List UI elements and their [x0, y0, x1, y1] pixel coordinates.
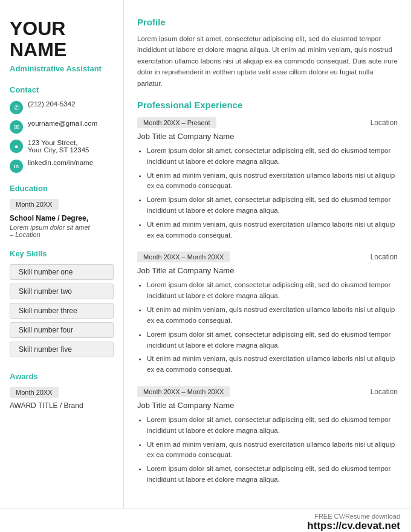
job-location-2: Location [371, 253, 398, 261]
address-text: 123 Your Street, Your City, ST 12345 [28, 139, 89, 154]
name-block: YOUR NAME [10, 18, 114, 60]
contact-phone: ✆ (212) 204-5342 [10, 100, 114, 114]
bullet-3-2: Ut enim ad minim veniam, quis nostrud ex… [147, 440, 398, 461]
bullet-3-1: Lorem ipsum dolor sit amet, consectetur … [147, 415, 398, 436]
profile-text: Lorem ipsum dolor sit amet, consectetur … [137, 33, 398, 89]
footer-banner: FREE CV/Resume download https://cv.devat… [0, 508, 411, 532]
email-icon: ✉ [10, 120, 23, 134]
bullet-2-4: Ut enim ad minim veniam, quis nostrud ex… [147, 354, 398, 375]
skill-5: Skill number five [10, 342, 114, 357]
job-location-1: Location [371, 118, 398, 127]
bullet-1-2: Ut enim ad minim veniam, quis nostrud ex… [147, 170, 398, 192]
job-bullets-1: Lorem ipsum dolor sit amet, consectetur … [137, 146, 398, 241]
footer-small-text: FREE CV/Resume download [0, 513, 400, 520]
awards-section-label: Awards [10, 372, 114, 381]
job-header-3: Month 20XX – Month 20XX Location [137, 386, 398, 397]
skill-1: Skill number one [10, 264, 114, 280]
linkedin-text: linkedin.com/in/name [28, 159, 93, 166]
skill-2: Skill number two [10, 284, 114, 299]
contact-linkedin: in linkedin.com/in/name [10, 159, 114, 173]
award-date: Month 20XX [10, 387, 59, 398]
job-header-2: Month 20XX – Month 20XX Location [137, 251, 398, 262]
bullet-1-3: Lorem ipsum dolor sit amet, consectetur … [147, 195, 398, 216]
email-text: yourname@gmail.com [28, 120, 97, 127]
sidebar: YOUR NAME Administrative Assistant Conta… [0, 0, 124, 508]
job-title: Administrative Assistant [10, 64, 114, 73]
education-section-label: Education [10, 184, 114, 193]
footer-url: https://cv.devat.net [0, 520, 400, 532]
job-title-2: Job Title at Company Name [137, 266, 398, 275]
award-title: AWARD TITLE / Brand [10, 401, 114, 410]
bullet-2-3: Lorem ipsum dolor sit amet, consectetur … [147, 329, 398, 351]
job-title-1: Job Title at Company Name [137, 132, 398, 141]
contact-section-label: Contact [10, 85, 114, 94]
contact-email: ✉ yourname@gmail.com [10, 120, 114, 134]
job-date-3: Month 20XX – Month 20XX [137, 386, 230, 397]
phone-text: (212) 204-5342 [28, 100, 76, 108]
job-title-3: Job Title at Company Name [137, 401, 398, 410]
job-header-1: Month 20XX – Present Location [137, 117, 398, 128]
last-name: NAME [10, 39, 114, 60]
bullet-2-1: Lorem ipsum dolor sit amet, consectetur … [147, 280, 398, 302]
location-icon: ● [10, 140, 23, 153]
edu-date: Month 20XX [10, 199, 59, 210]
experience-heading: Professional Experience [137, 100, 398, 110]
first-name: YOUR [10, 18, 114, 39]
skills-section-label: Key Skills [10, 249, 114, 258]
profile-heading: Profile [137, 17, 398, 27]
job-location-3: Location [371, 388, 398, 396]
job-bullets-3: Lorem ipsum dolor sit amet, consectetur … [137, 415, 398, 485]
skill-4: Skill number four [10, 322, 114, 338]
bullet-1-4: Ut enim ad minim veniam, quis nostrud ex… [147, 219, 398, 241]
main-content: YOUR NAME Administrative Assistant Conta… [0, 0, 411, 508]
job-block-3: Month 20XX – Month 20XX Location Job Tit… [137, 386, 398, 485]
bullet-2-2: Ut enim ad minim veniam, quis nostrud ex… [147, 305, 398, 326]
job-date-2: Month 20XX – Month 20XX [137, 251, 230, 262]
skills-list: Skill number one Skill number two Skill … [10, 264, 114, 361]
job-block-2: Month 20XX – Month 20XX Location Job Tit… [137, 251, 398, 375]
job-bullets-2: Lorem ipsum dolor sit amet, consectetur … [137, 280, 398, 375]
bullet-3-3: Lorem ipsum dolor sit amet, consectetur … [147, 464, 398, 485]
job-date-1: Month 20XX – Present [137, 117, 216, 128]
linkedin-icon: in [10, 160, 23, 173]
contact-address: ● 123 Your Street, Your City, ST 12345 [10, 139, 114, 154]
skill-3: Skill number three [10, 303, 114, 319]
job-block-1: Month 20XX – Present Location Job Title … [137, 117, 398, 241]
phone-icon: ✆ [10, 101, 23, 114]
edu-desc: Lorem ipsum dolor sit amet – Location [10, 224, 114, 238]
edu-school: School Name / Degree, [10, 214, 114, 222]
bullet-1-1: Lorem ipsum dolor sit amet, consectetur … [147, 146, 398, 167]
right-panel: Profile Lorem ipsum dolor sit amet, cons… [124, 0, 411, 508]
resume-page: YOUR NAME Administrative Assistant Conta… [0, 0, 411, 532]
